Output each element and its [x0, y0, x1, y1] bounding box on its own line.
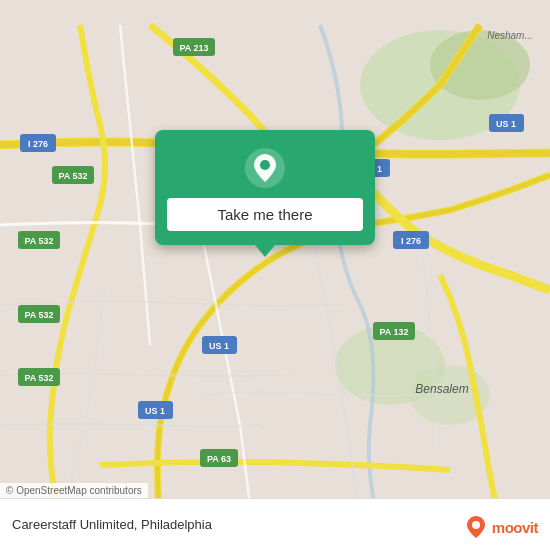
take-me-there-button[interactable]: Take me there [167, 198, 363, 231]
svg-text:PA 532: PA 532 [24, 310, 53, 320]
svg-text:US 1: US 1 [209, 341, 229, 351]
osm-attribution: © OpenStreetMap contributors [0, 483, 148, 498]
location-label: Careerstaff Unlimited, Philadelphia [12, 517, 212, 532]
svg-text:PA 213: PA 213 [179, 43, 208, 53]
svg-text:PA 532: PA 532 [24, 236, 53, 246]
svg-text:PA 532: PA 532 [58, 171, 87, 181]
svg-text:US 1: US 1 [145, 406, 165, 416]
svg-text:US 1: US 1 [496, 119, 516, 129]
svg-point-34 [260, 160, 270, 170]
location-card: Take me there [155, 130, 375, 245]
svg-text:I 276: I 276 [401, 236, 421, 246]
svg-point-35 [472, 521, 480, 529]
bottom-bar: Careerstaff Unlimited, Philadelphia moov… [0, 498, 550, 550]
svg-text:PA 132: PA 132 [379, 327, 408, 337]
svg-text:PA 63: PA 63 [207, 454, 231, 464]
svg-text:Nesham...: Nesham... [487, 30, 533, 41]
svg-text:Bensalem: Bensalem [415, 382, 468, 396]
map-svg: I 276 PA 213 US 1 US 1 PA 532 PA 532 PA … [0, 0, 550, 550]
moovit-logo: moovit [463, 514, 538, 540]
svg-text:PA 532: PA 532 [24, 373, 53, 383]
svg-text:I 276: I 276 [28, 139, 48, 149]
moovit-text: moovit [492, 519, 538, 536]
location-pin-icon [243, 146, 287, 190]
moovit-logo-icon [463, 514, 489, 540]
map-container: I 276 PA 213 US 1 US 1 PA 532 PA 532 PA … [0, 0, 550, 550]
